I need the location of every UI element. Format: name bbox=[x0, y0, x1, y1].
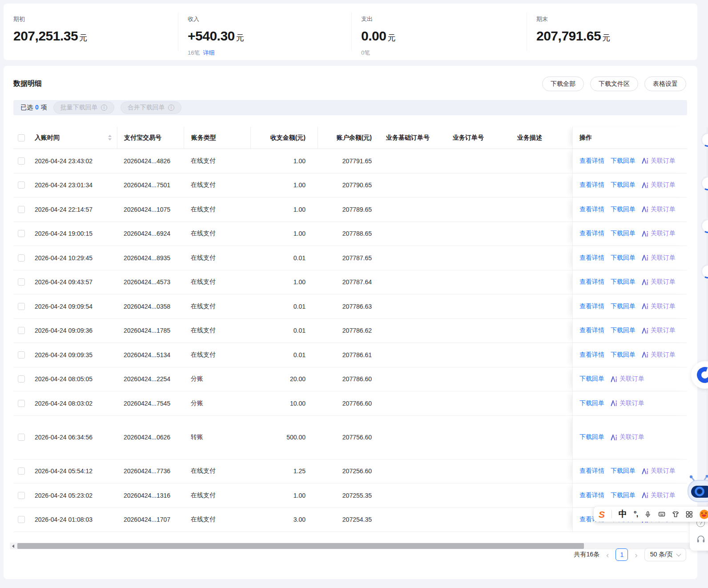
download-filezone-button[interactable]: 下载文件区 bbox=[590, 77, 638, 91]
view-detail-link[interactable]: 查看详情 bbox=[579, 351, 604, 359]
download-receipt-link[interactable]: 下载回单 bbox=[611, 491, 636, 499]
panel-toolbar: 下载全部 下载文件区 表格设置 bbox=[542, 77, 686, 91]
row-checkbox[interactable] bbox=[18, 206, 25, 213]
toolbox-grid-icon[interactable] bbox=[686, 510, 693, 519]
row-checkbox[interactable] bbox=[18, 434, 25, 441]
cell-base_order bbox=[382, 391, 449, 415]
row-checkbox[interactable] bbox=[18, 327, 25, 334]
view-detail-link[interactable]: 查看详情 bbox=[579, 491, 604, 499]
cutoff-float-button[interactable] bbox=[699, 174, 708, 192]
download-receipt-link[interactable]: 下载回单 bbox=[579, 399, 604, 407]
download-receipt-link[interactable]: 下载回单 bbox=[611, 467, 636, 475]
info-icon: i bbox=[101, 105, 107, 111]
related-order-link[interactable]: 关联订单 bbox=[642, 326, 676, 334]
cell-balance: 207786.62 bbox=[318, 319, 382, 343]
related-order-link[interactable]: 关联订单 bbox=[611, 433, 644, 441]
emoji-icon[interactable] bbox=[700, 510, 708, 519]
row-checkbox[interactable] bbox=[18, 400, 25, 407]
related-order-link[interactable]: 关联订单 bbox=[642, 157, 676, 165]
cell-txn: 20260424...6924 bbox=[117, 222, 184, 246]
row-checkbox[interactable] bbox=[18, 157, 25, 165]
scrollbar-thumb[interactable] bbox=[17, 543, 584, 549]
cell-amount: 1.00 bbox=[250, 483, 318, 507]
related-order-link[interactable]: 关联订单 bbox=[611, 375, 644, 383]
prev-page-icon[interactable]: ‹ bbox=[606, 551, 609, 559]
row-checkbox[interactable] bbox=[18, 181, 25, 189]
cell-time: 2026-04-24 09:09:54 bbox=[31, 294, 117, 318]
row-checkbox[interactable] bbox=[18, 492, 25, 499]
income-detail-link[interactable]: 详细 bbox=[203, 49, 214, 56]
related-order-link[interactable]: 关联订单 bbox=[642, 254, 676, 262]
ai-icon bbox=[642, 231, 648, 237]
row-checkbox[interactable] bbox=[18, 254, 25, 262]
view-detail-link[interactable]: 查看详情 bbox=[579, 181, 604, 189]
download-receipt-link[interactable]: 下载回单 bbox=[611, 278, 636, 286]
table-settings-button[interactable]: 表格设置 bbox=[644, 77, 686, 91]
view-detail-link[interactable]: 查看详情 bbox=[579, 157, 604, 165]
download-receipt-link[interactable]: 下载回单 bbox=[611, 230, 636, 238]
sogou-logo-icon[interactable]: S bbox=[599, 510, 605, 519]
view-detail-link[interactable]: 查看详情 bbox=[579, 326, 604, 334]
cell-desc bbox=[514, 391, 572, 415]
related-order-link[interactable]: 关联订单 bbox=[642, 467, 676, 475]
related-order-link[interactable]: 关联订单 bbox=[642, 351, 676, 359]
related-order-link[interactable]: 关联订单 bbox=[611, 399, 644, 407]
row-checkbox[interactable] bbox=[18, 351, 25, 358]
row-checkbox[interactable] bbox=[18, 303, 25, 310]
download-receipt-link[interactable]: 下载回单 bbox=[579, 433, 604, 441]
download-receipt-link[interactable]: 下载回单 bbox=[611, 157, 636, 165]
related-order-link[interactable]: 关联订单 bbox=[642, 491, 676, 499]
row-checkbox-cell bbox=[13, 222, 31, 246]
cutoff-float-button[interactable] bbox=[699, 131, 708, 148]
row-checkbox[interactable] bbox=[18, 278, 25, 286]
cell-base_order bbox=[382, 173, 449, 197]
table-row: 2026-04-24 23:01:3420260424...7501在线支付1.… bbox=[13, 173, 687, 198]
row-checkbox[interactable] bbox=[18, 516, 25, 523]
download-receipt-link[interactable]: 下载回单 bbox=[611, 326, 636, 334]
cutoff-float-button[interactable] bbox=[699, 217, 708, 234]
table-row: 2026-04-24 22:14:5720260424...1075在线支付1.… bbox=[13, 197, 687, 222]
batch-download-button[interactable]: 批量下载回单i bbox=[53, 101, 114, 114]
download-all-button[interactable]: 下载全部 bbox=[542, 77, 584, 91]
cell-balance: 207788.65 bbox=[318, 222, 382, 246]
ime-language-mode[interactable]: 中 bbox=[619, 508, 627, 520]
customer-service-headset-icon[interactable] bbox=[696, 535, 705, 544]
related-order-link[interactable]: 关联订单 bbox=[642, 181, 676, 189]
keyboard-icon[interactable] bbox=[658, 509, 665, 519]
download-receipt-link[interactable]: 下载回单 bbox=[611, 254, 636, 262]
merge-download-button[interactable]: 合并下载回单i bbox=[121, 101, 181, 114]
page-size-select[interactable]: 50 条/页 bbox=[644, 548, 686, 561]
view-detail-link[interactable]: 查看详情 bbox=[579, 467, 604, 475]
stat-value: +540.30元 bbox=[188, 28, 351, 44]
view-detail-link[interactable]: 查看详情 bbox=[579, 254, 604, 262]
sort-icon[interactable] bbox=[108, 135, 112, 141]
skin-tshirt-icon[interactable] bbox=[672, 509, 679, 519]
row-checkbox[interactable] bbox=[18, 375, 25, 383]
microphone-icon[interactable] bbox=[644, 510, 652, 519]
robot-mascot-icon[interactable] bbox=[686, 475, 708, 504]
download-receipt-link[interactable]: 下载回单 bbox=[579, 375, 604, 383]
related-order-link[interactable]: 关联订单 bbox=[642, 205, 676, 213]
view-detail-link[interactable]: 查看详情 bbox=[579, 205, 604, 213]
related-order-link[interactable]: 关联订单 bbox=[642, 230, 676, 238]
scroll-left-arrow-icon[interactable] bbox=[10, 543, 16, 549]
row-checkbox[interactable] bbox=[18, 467, 25, 475]
cutoff-float-button[interactable] bbox=[699, 262, 708, 280]
view-detail-link[interactable]: 查看详情 bbox=[579, 302, 604, 310]
download-receipt-link[interactable]: 下载回单 bbox=[611, 205, 636, 213]
page-number-button[interactable]: 1 bbox=[615, 548, 628, 561]
view-detail-link[interactable]: 查看详情 bbox=[579, 230, 604, 238]
select-all-checkbox[interactable] bbox=[18, 134, 25, 141]
cell-desc bbox=[514, 416, 572, 459]
related-order-link[interactable]: 关联订单 bbox=[642, 278, 676, 286]
ime-punctuation-icon[interactable]: °, bbox=[634, 510, 638, 519]
next-page-icon[interactable]: › bbox=[635, 551, 637, 559]
row-checkbox-cell bbox=[13, 391, 31, 415]
related-order-link[interactable]: 关联订单 bbox=[642, 302, 676, 310]
cell-base_order bbox=[382, 459, 449, 483]
download-receipt-link[interactable]: 下载回单 bbox=[611, 351, 636, 359]
download-receipt-link[interactable]: 下载回单 bbox=[611, 181, 636, 189]
row-checkbox[interactable] bbox=[18, 230, 25, 237]
download-receipt-link[interactable]: 下载回单 bbox=[611, 302, 636, 310]
view-detail-link[interactable]: 查看详情 bbox=[579, 278, 604, 286]
